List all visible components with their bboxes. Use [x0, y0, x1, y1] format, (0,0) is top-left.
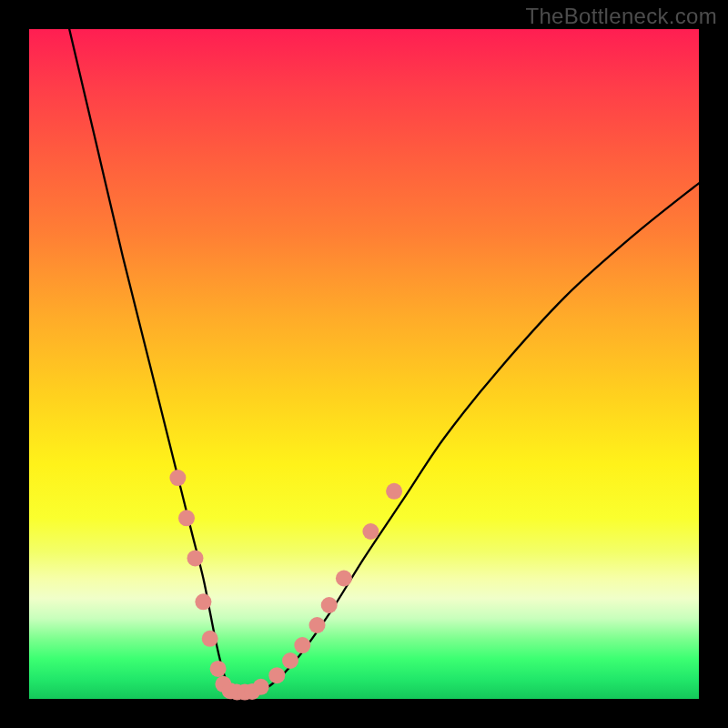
curve-marker	[309, 617, 326, 633]
curve-marker	[169, 470, 186, 486]
curve-marker	[202, 631, 218, 647]
curve-marker	[178, 510, 195, 526]
chart-frame: TheBottleneck.com	[0, 0, 728, 728]
curve-marker	[294, 637, 310, 653]
curve-marker	[282, 652, 298, 669]
chart-svg	[29, 29, 699, 699]
bottleneck-curve	[69, 29, 699, 693]
curve-marker	[210, 661, 227, 677]
curve-marker	[195, 593, 211, 610]
curve-marker	[253, 679, 269, 695]
watermark-text: TheBottleneck.com	[525, 4, 717, 29]
curve-marker	[187, 550, 204, 566]
curve-marker	[336, 571, 352, 587]
curve-marker	[386, 483, 402, 500]
curve-marker	[362, 523, 379, 540]
curve-marker	[268, 667, 285, 683]
chart-plot-area	[29, 29, 699, 699]
curve-marker	[321, 597, 338, 613]
